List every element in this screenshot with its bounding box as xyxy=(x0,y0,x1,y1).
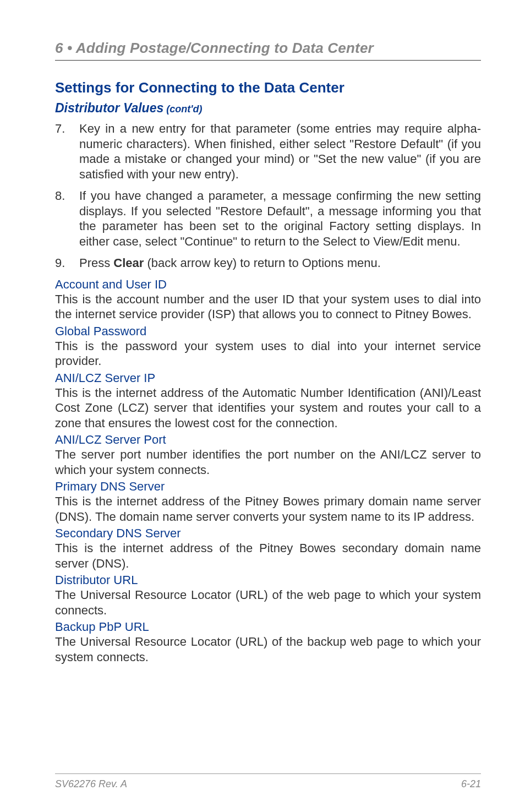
step-text: If you have changed a parameter, a messa… xyxy=(79,189,481,248)
step-text-bold: Clear xyxy=(113,256,144,270)
step-text-post: (back arrow key) to return to Options me… xyxy=(144,256,380,270)
step-number: 8. xyxy=(55,188,65,204)
header-rule xyxy=(55,60,481,61)
definition-block: ANI/LCZ Server IP This is the internet a… xyxy=(55,371,481,431)
page-footer: SV62276 Rev. A 6-21 xyxy=(55,773,481,790)
definition-block: Primary DNS Server This is the internet … xyxy=(55,479,481,524)
step-number: 7. xyxy=(55,121,65,137)
definition-block: Global Password This is the password you… xyxy=(55,324,481,369)
section-title: Settings for Connecting to the Data Cent… xyxy=(55,79,481,96)
definition-body: The server port number identifies the po… xyxy=(55,447,481,477)
footer-doc-ref: SV62276 Rev. A xyxy=(55,778,127,790)
chapter-header: 6 • Adding Postage/Connecting to Data Ce… xyxy=(55,40,481,57)
definition-block: ANI/LCZ Server Port The server port numb… xyxy=(55,433,481,477)
footer-rule xyxy=(55,773,481,774)
definition-block: Account and User ID This is the account … xyxy=(55,277,481,322)
definition-block: Backup PbP URL The Universal Resource Lo… xyxy=(55,620,481,664)
definition-body: The Universal Resource Locator (URL) of … xyxy=(55,634,481,664)
step-text: Key in a new entry for that parameter (s… xyxy=(79,122,481,181)
definition-body: This is the password your system uses to… xyxy=(55,339,481,369)
subsection-name: Distributor Values xyxy=(55,101,163,115)
definition-heading: ANI/LCZ Server IP xyxy=(55,371,481,385)
definition-body: This is the account number and the user … xyxy=(55,292,481,322)
step-item: 9. Press Clear (back arrow key) to retur… xyxy=(55,255,481,271)
subsection-contd: (cont'd) xyxy=(163,103,202,115)
step-number: 9. xyxy=(55,255,65,271)
numbered-steps-list: 7. Key in a new entry for that parameter… xyxy=(55,121,481,271)
step-item: 8. If you have changed a parameter, a me… xyxy=(55,188,481,249)
definition-body: This is the internet address of the Pitn… xyxy=(55,494,481,524)
definition-block: Secondary DNS Server This is the interne… xyxy=(55,526,481,571)
definition-heading: Backup PbP URL xyxy=(55,620,481,634)
step-text-pre: Press xyxy=(79,256,113,270)
step-item: 7. Key in a new entry for that parameter… xyxy=(55,121,481,182)
definition-heading: Primary DNS Server xyxy=(55,479,481,494)
definition-body: This is the internet address of the Auto… xyxy=(55,385,481,431)
definition-body: The Universal Resource Locator (URL) of … xyxy=(55,587,481,618)
definition-body: This is the internet address of the Pitn… xyxy=(55,541,481,571)
definition-heading: Account and User ID xyxy=(55,277,481,292)
definition-block: Distributor URL The Universal Resource L… xyxy=(55,573,481,618)
footer-page-number: 6-21 xyxy=(461,778,481,790)
definition-heading: Global Password xyxy=(55,324,481,339)
definition-heading: Distributor URL xyxy=(55,573,481,587)
subsection-title: Distributor Values (cont'd) xyxy=(55,101,481,116)
definition-heading: Secondary DNS Server xyxy=(55,526,481,541)
definition-heading: ANI/LCZ Server Port xyxy=(55,433,481,447)
